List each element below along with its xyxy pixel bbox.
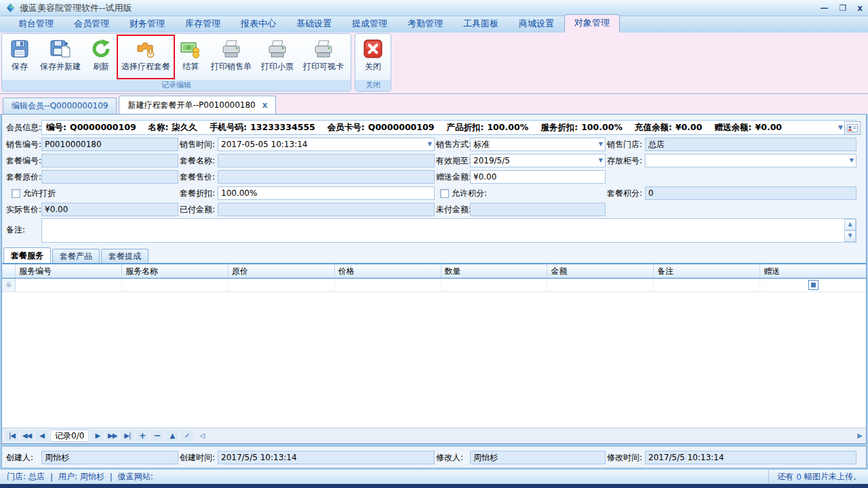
maximize-button[interactable]: ❐ bbox=[839, 3, 846, 13]
member-dropdown-arrow-icon[interactable]: ▼ bbox=[838, 124, 843, 131]
create-time-field[interactable]: 2017/5/5 10:13:14 bbox=[218, 451, 435, 464]
remark-field[interactable]: ▲ ▼ bbox=[41, 218, 856, 243]
cell-amount[interactable] bbox=[547, 279, 654, 291]
menu-item-inventory[interactable]: 库存管理 bbox=[175, 16, 231, 33]
menu-item-tools[interactable]: 工具面板 bbox=[453, 16, 509, 33]
nav-prev-button[interactable]: ◀ bbox=[35, 430, 48, 441]
cell-remark[interactable] bbox=[654, 279, 760, 291]
gift-amount-field[interactable]: ¥0.00 bbox=[470, 170, 606, 184]
nav-delete-button[interactable]: − bbox=[151, 430, 163, 441]
column-header-service-name[interactable]: 服务名称 bbox=[122, 264, 229, 278]
dropdown-arrow-icon[interactable]: ▼ bbox=[850, 158, 854, 163]
package-sale-price-field[interactable] bbox=[218, 170, 435, 184]
allow-points-checkbox[interactable]: 允许积分: bbox=[440, 186, 487, 200]
scroll-down-icon[interactable]: ▼ bbox=[844, 230, 856, 242]
cell-service-name[interactable] bbox=[122, 279, 229, 291]
actual-price-field[interactable]: ¥0.00 bbox=[41, 203, 178, 216]
recharge-balance-label: 充值余额: bbox=[635, 122, 672, 134]
status-user-label: 用户: bbox=[58, 471, 77, 483]
refresh-button[interactable]: 刷新 bbox=[85, 35, 117, 79]
column-header-amount[interactable]: 金额 bbox=[547, 264, 654, 278]
menu-item-object-management[interactable]: 对象管理 bbox=[564, 14, 620, 33]
tab-close-icon[interactable]: x bbox=[262, 101, 268, 109]
grid-new-row[interactable]: ※ bbox=[2, 279, 866, 292]
menu-item-basic-settings[interactable]: 基础设置 bbox=[286, 16, 342, 33]
nav-next-button[interactable]: ▶ bbox=[91, 430, 104, 441]
cell-quantity[interactable] bbox=[441, 279, 548, 291]
nav-next-page-button[interactable]: ▶▶ bbox=[106, 430, 119, 441]
package-original-price-field[interactable] bbox=[41, 170, 178, 184]
column-header-original-price[interactable]: 原价 bbox=[229, 264, 335, 278]
print-visual-card-label: 打印可视卡 bbox=[303, 61, 344, 73]
dropdown-arrow-icon[interactable]: ▼ bbox=[599, 142, 603, 147]
package-original-price-label: 套餐原价: bbox=[6, 170, 41, 184]
tab-new-package-order[interactable]: 新建疗程套餐开单--P0010000180 x bbox=[119, 96, 276, 114]
menu-item-commission[interactable]: 提成管理 bbox=[342, 16, 397, 33]
close-tab-button[interactable]: 关闭 bbox=[357, 35, 389, 79]
package-name-label: 套餐名称: bbox=[180, 154, 215, 167]
allow-discount-checkbox[interactable]: 允许打折 bbox=[12, 186, 56, 200]
print-receipt-button[interactable]: 打印小票 bbox=[256, 35, 298, 79]
nav-edit-button[interactable]: ▲ bbox=[165, 430, 178, 441]
column-header-remark[interactable]: 备注 bbox=[654, 264, 760, 278]
menu-item-reports[interactable]: 报表中心 bbox=[231, 16, 286, 33]
sale-no-field[interactable]: P0010000180 bbox=[41, 138, 178, 151]
member-no-label: 编号: bbox=[46, 122, 66, 134]
package-points-field[interactable]: 0 bbox=[645, 186, 856, 200]
cell-gift[interactable] bbox=[760, 279, 866, 291]
menu-item-front-desk[interactable]: 前台管理 bbox=[8, 16, 64, 33]
scroll-up-icon[interactable]: ▲ bbox=[844, 219, 856, 230]
menu-item-members[interactable]: 会员管理 bbox=[64, 16, 119, 33]
save-and-new-button[interactable]: 保存并新建 bbox=[35, 35, 85, 79]
package-discount-field[interactable]: 100.00% bbox=[218, 186, 435, 200]
print-visual-card-button[interactable]: 打印可视卡 bbox=[298, 35, 349, 79]
cell-original-price[interactable] bbox=[229, 279, 335, 291]
nav-post-button[interactable]: ✓ bbox=[180, 430, 193, 441]
select-treatment-package-button[interactable]: 选择疗程套餐 bbox=[117, 35, 175, 79]
valid-until-field[interactable]: 2019/5/5▼ bbox=[470, 154, 606, 167]
nav-last-button[interactable]: ▶| bbox=[121, 430, 134, 441]
creator-label: 创建人: bbox=[6, 451, 33, 464]
minimize-button[interactable]: — bbox=[820, 3, 828, 13]
sale-store-field[interactable]: 总店 bbox=[645, 138, 856, 151]
column-header-price[interactable]: 价格 bbox=[335, 264, 441, 278]
valid-until-value: 2019/5/5 bbox=[473, 156, 510, 165]
paid-amount-field[interactable] bbox=[218, 203, 435, 216]
tab-package-products[interactable]: 套餐产品 bbox=[52, 249, 100, 263]
nav-side-arrow-icon[interactable]: ▶ bbox=[857, 432, 863, 439]
dropdown-arrow-icon[interactable]: ▼ bbox=[599, 158, 603, 163]
settle-button[interactable]: 结算 bbox=[175, 35, 206, 79]
creator-field[interactable]: 周怡杉 bbox=[41, 451, 178, 464]
modify-time-field[interactable]: 2017/5/5 10:13:14 bbox=[645, 451, 856, 464]
unpaid-amount-field[interactable] bbox=[470, 203, 606, 216]
menu-item-finance[interactable]: 财务管理 bbox=[119, 16, 175, 33]
nav-first-button[interactable]: |◀ bbox=[5, 430, 18, 441]
locker-no-field[interactable]: ▼ bbox=[645, 154, 856, 167]
gift-checkbox-icon[interactable] bbox=[808, 280, 818, 290]
member-card-button[interactable] bbox=[844, 121, 861, 135]
dropdown-arrow-icon[interactable]: ▼ bbox=[428, 142, 432, 147]
tab-package-commission[interactable]: 套餐提成 bbox=[101, 249, 149, 263]
nav-cancel-button[interactable]: ◁ bbox=[195, 430, 208, 441]
cell-price[interactable] bbox=[335, 279, 441, 291]
modifier-field[interactable]: 周怡杉 bbox=[470, 451, 606, 464]
menu-item-attendance[interactable]: 考勤管理 bbox=[397, 16, 453, 33]
tab-edit-member[interactable]: 编辑会员--Q0000000109 bbox=[3, 98, 117, 114]
sale-time-field[interactable]: 2017-05-05 10:13:14▼ bbox=[218, 138, 435, 151]
column-header-gift[interactable]: 赠送 bbox=[760, 264, 866, 278]
save-button[interactable]: 保存 bbox=[4, 35, 35, 79]
menu-item-mall-settings[interactable]: 商城设置 bbox=[509, 16, 564, 33]
nav-insert-button[interactable]: + bbox=[136, 430, 149, 441]
package-no-field[interactable] bbox=[41, 154, 178, 167]
print-sale-slip-button[interactable]: 打印销售单 bbox=[206, 35, 256, 79]
document-tab-strip: 编辑会员--Q0000000109 新建疗程套餐开单--P0010000180 … bbox=[0, 94, 868, 114]
tab-package-services[interactable]: 套餐服务 bbox=[3, 247, 51, 263]
nav-prev-page-button[interactable]: ◀◀ bbox=[20, 430, 33, 441]
column-header-service-no[interactable]: 服务编号 bbox=[16, 264, 122, 278]
sale-type-field[interactable]: 标准▼ bbox=[470, 138, 606, 151]
column-header-quantity[interactable]: 数量 bbox=[441, 264, 548, 278]
package-name-field[interactable] bbox=[218, 154, 435, 167]
close-window-button[interactable]: x bbox=[857, 3, 863, 13]
cell-service-no[interactable] bbox=[16, 279, 122, 291]
ribbon-group-caption: 记录编辑 bbox=[2, 80, 351, 91]
